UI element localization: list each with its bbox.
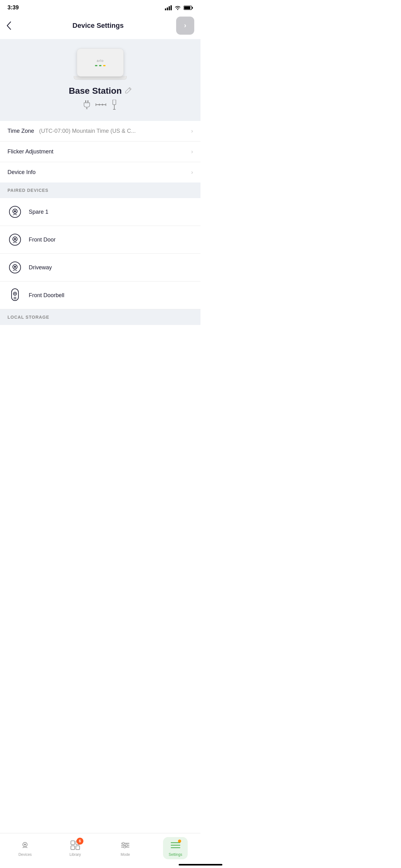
paired-devices-header: PAIRED DEVICES bbox=[0, 183, 201, 198]
light-yellow bbox=[103, 65, 106, 66]
device-image: arlo bbox=[74, 49, 127, 80]
timezone-value: (UTC-07:00) Mountain Time (US & C... bbox=[39, 128, 136, 134]
timezone-chevron: › bbox=[191, 128, 193, 134]
svg-point-28 bbox=[14, 266, 16, 268]
svg-rect-9 bbox=[88, 100, 89, 102]
light-green bbox=[95, 65, 97, 66]
svg-rect-8 bbox=[85, 100, 86, 102]
svg-point-22 bbox=[14, 210, 16, 212]
flicker-left: Flicker Adjustment bbox=[7, 148, 54, 155]
usb-icon bbox=[111, 100, 118, 112]
ethernet-icon bbox=[95, 101, 106, 110]
list-item[interactable]: Front Door bbox=[0, 226, 201, 254]
paired-devices-list: Spare 1 Front Door Driveway bbox=[0, 198, 201, 309]
svg-marker-16 bbox=[102, 103, 103, 106]
wifi-icon bbox=[174, 5, 181, 10]
device-status-icons bbox=[83, 100, 118, 112]
timezone-left: Time Zone (UTC-07:00) Mountain Time (US … bbox=[7, 128, 136, 134]
svg-rect-1 bbox=[167, 7, 168, 10]
svg-marker-15 bbox=[98, 103, 100, 106]
edit-name-button[interactable] bbox=[125, 87, 132, 95]
device-info-label: Device Info bbox=[7, 169, 36, 176]
battery-icon bbox=[183, 5, 193, 10]
svg-rect-19 bbox=[113, 109, 115, 110]
device-name-spare1: Spare 1 bbox=[29, 209, 48, 215]
page-title: Device Settings bbox=[20, 22, 176, 30]
flicker-row[interactable]: Flicker Adjustment › bbox=[0, 142, 201, 162]
device-name-doorbell: Front Doorbell bbox=[29, 292, 64, 299]
forward-button[interactable]: › bbox=[176, 17, 194, 35]
doorbell-icon bbox=[7, 288, 23, 303]
timezone-label: Time Zone bbox=[7, 128, 34, 134]
svg-point-32 bbox=[14, 297, 16, 299]
svg-rect-0 bbox=[165, 8, 166, 10]
camera-icon-spare1 bbox=[7, 204, 23, 219]
list-item[interactable]: Driveway bbox=[0, 254, 201, 281]
back-button[interactable] bbox=[6, 21, 20, 30]
local-storage-title: LOCAL STORAGE bbox=[7, 315, 49, 320]
list-item[interactable]: Front Doorbell bbox=[0, 281, 201, 309]
camera-icon-frontdoor bbox=[7, 232, 23, 247]
base-station-body: arlo bbox=[77, 49, 124, 76]
status-icons bbox=[165, 5, 193, 10]
local-storage-header: LOCAL STORAGE bbox=[0, 309, 201, 325]
list-item[interactable]: Spare 1 bbox=[0, 198, 201, 226]
nav-header: Device Settings › bbox=[0, 13, 201, 39]
settings-section: Time Zone (UTC-07:00) Mountain Time (US … bbox=[0, 121, 201, 183]
forward-chevron: › bbox=[184, 22, 186, 30]
paired-devices-title: PAIRED DEVICES bbox=[7, 188, 48, 193]
device-info-row[interactable]: Device Info › bbox=[0, 162, 201, 183]
flicker-chevron: › bbox=[191, 148, 193, 155]
brand-label: arlo bbox=[97, 59, 104, 62]
svg-point-4 bbox=[177, 9, 178, 10]
svg-rect-3 bbox=[170, 5, 172, 10]
light-green2 bbox=[99, 65, 101, 66]
timezone-row[interactable]: Time Zone (UTC-07:00) Mountain Time (US … bbox=[0, 121, 201, 142]
svg-rect-7 bbox=[184, 6, 191, 9]
svg-rect-2 bbox=[169, 6, 170, 10]
svg-rect-17 bbox=[113, 100, 116, 105]
svg-point-25 bbox=[14, 238, 16, 240]
status-lights bbox=[95, 65, 106, 66]
device-name: Base Station bbox=[69, 86, 122, 96]
device-hero: arlo Base Station bbox=[0, 39, 201, 121]
power-icon bbox=[83, 100, 91, 111]
device-name-row: Base Station bbox=[69, 86, 132, 96]
signal-icon bbox=[165, 5, 172, 10]
status-time: 3:39 bbox=[7, 4, 19, 11]
camera-icon-driveway bbox=[7, 260, 23, 275]
status-bar: 3:39 bbox=[0, 0, 201, 13]
device-name-driveway: Driveway bbox=[29, 264, 52, 271]
device-info-left: Device Info bbox=[7, 169, 36, 176]
svg-rect-6 bbox=[192, 7, 193, 9]
device-info-chevron: › bbox=[191, 169, 193, 176]
flicker-label: Flicker Adjustment bbox=[7, 148, 54, 155]
device-name-frontdoor: Front Door bbox=[29, 237, 56, 243]
svg-point-31 bbox=[14, 293, 15, 294]
